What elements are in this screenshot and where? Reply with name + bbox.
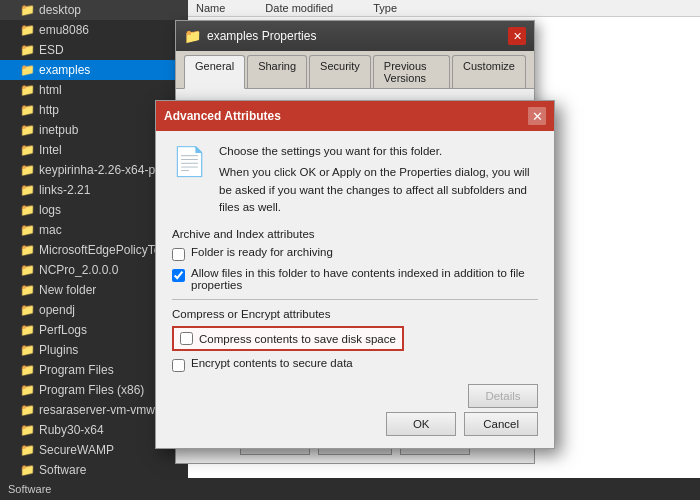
advanced-ok-button[interactable]: OK (386, 412, 456, 436)
advanced-header: 📄 Choose the settings you want for this … (172, 143, 538, 216)
column-headers: Name Date modified Type (188, 0, 700, 17)
properties-title: examples Properties (207, 29, 316, 43)
folder-icon: 📁 (20, 343, 35, 357)
folder-icon: 📁 (20, 203, 35, 217)
tab-sharing[interactable]: Sharing (247, 55, 307, 88)
contents-indexed-checkbox[interactable] (172, 269, 185, 282)
compress-highlight-box: Compress contents to save disk space (172, 326, 404, 351)
folder-icon: 📁 (20, 243, 35, 257)
status-text: Software (8, 483, 51, 495)
folder-icon: 📁 (20, 143, 35, 157)
folder-icon: 📁 (20, 103, 35, 117)
folder-icon: 📁 (20, 363, 35, 377)
folder-icon: 📁 (20, 463, 35, 477)
folder-icon: 📁 (20, 263, 35, 277)
sidebar-item-esd[interactable]: 📁 ESD (0, 40, 188, 60)
divider (172, 299, 538, 300)
checkbox-archiving-row: Folder is ready for archiving (172, 246, 538, 261)
folder-icon: 📁 (20, 383, 35, 397)
folder-icon: 📁 (20, 3, 35, 17)
compress-section: Compress contents to save disk space (172, 326, 538, 351)
encrypt-checkbox[interactable] (172, 359, 185, 372)
folder-icon: 📁 (20, 63, 35, 77)
tab-previous-versions[interactable]: Previous Versions (373, 55, 450, 88)
advanced-desc-line2: When you click OK or Apply on the Proper… (219, 164, 538, 216)
advanced-desc-line1: Choose the settings you want for this fo… (219, 143, 538, 160)
advanced-body: 📄 Choose the settings you want for this … (156, 131, 554, 448)
compress-label: Compress contents to save disk space (199, 333, 396, 345)
sidebar-item-desktop[interactable]: 📁 desktop (0, 0, 188, 20)
sidebar-item-html[interactable]: 📁 html (0, 80, 188, 100)
properties-titlebar: 📁 examples Properties ✕ (176, 21, 534, 51)
folder-icon: 📁 (20, 23, 35, 37)
folder-icon: 📁 (20, 443, 35, 457)
advanced-attributes-dialog: Advanced Attributes ✕ 📄 Choose the setti… (155, 100, 555, 449)
folder-icon: 📁 (20, 123, 35, 137)
folder-icon: 📁 (20, 83, 35, 97)
details-button[interactable]: Details (468, 384, 538, 408)
folder-title-icon: 📁 (184, 28, 201, 44)
advanced-titlebar: Advanced Attributes ✕ (156, 101, 554, 131)
sidebar-item-software[interactable]: 📁 Software (0, 460, 188, 480)
tab-general[interactable]: General (184, 55, 245, 89)
folder-icon: 📁 (20, 303, 35, 317)
sidebar-item-emu8086[interactable]: 📁 emu8086 (0, 20, 188, 40)
folder-icon: 📁 (20, 223, 35, 237)
folder-icon: 📁 (20, 43, 35, 57)
folder-archiving-label: Folder is ready for archiving (191, 246, 333, 258)
advanced-cancel-button[interactable]: Cancel (464, 412, 538, 436)
folder-icon: 📁 (20, 403, 35, 417)
status-bar: Software (0, 478, 700, 500)
compress-section-label: Compress or Encrypt attributes (172, 308, 538, 320)
folder-icon: 📁 (20, 323, 35, 337)
properties-close-button[interactable]: ✕ (508, 27, 526, 45)
advanced-close-button[interactable]: ✕ (528, 107, 546, 125)
folder-icon: 📁 (20, 183, 35, 197)
sidebar-item-examples[interactable]: 📁 examples (0, 60, 188, 80)
encrypt-label: Encrypt contents to secure data (191, 357, 353, 369)
encrypt-row: Encrypt contents to secure data (172, 357, 538, 372)
folder-icon: 📁 (20, 283, 35, 297)
tab-customize[interactable]: Customize (452, 55, 526, 88)
advanced-ok-cancel: OK Cancel (172, 412, 538, 436)
contents-indexed-label: Allow files in this folder to have conte… (191, 267, 538, 291)
advanced-folder-icon: 📄 (172, 145, 207, 178)
folder-icon: 📁 (20, 163, 35, 177)
checkbox-index-row: Allow files in this folder to have conte… (172, 267, 538, 291)
folder-archiving-checkbox[interactable] (172, 248, 185, 261)
archive-section-label: Archive and Index attributes (172, 228, 538, 240)
tab-security[interactable]: Security (309, 55, 371, 88)
folder-icon: 📁 (20, 423, 35, 437)
properties-tabs: General Sharing Security Previous Versio… (176, 51, 534, 89)
advanced-buttons: Details (172, 384, 538, 408)
compress-checkbox[interactable] (180, 332, 193, 345)
advanced-title: Advanced Attributes (164, 109, 281, 123)
